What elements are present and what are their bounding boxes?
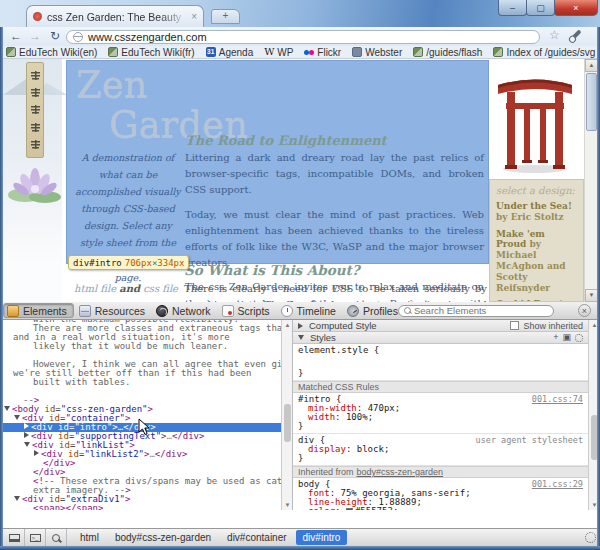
disclosure-right-icon [24,432,29,438]
disclosure-down-icon [24,442,30,447]
new-style-rule-icon[interactable]: + [553,333,558,342]
gear-icon[interactable] [575,334,583,342]
bookmark-item[interactable]: EduTech Wiki(fr) [108,47,194,58]
design-list-item[interactable]: Under the Sea! by Eric Stoltz [496,201,577,223]
stylesheet-link[interactable]: 001.css:29 [532,480,583,489]
breadcrumb-div-intro[interactable]: div#intro [296,530,348,545]
element-state-icon[interactable]: ▣ [562,333,571,342]
console-toggle-button[interactable]: >_ [25,529,46,546]
styles-header[interactable]: Styles + ▣ [293,332,588,344]
devtools-close-button[interactable]: × [578,304,591,317]
page-scrollbar[interactable]: ▲ ▼ [584,59,597,302]
css-file-link[interactable]: css file [143,283,178,294]
expanded-arrow-icon [298,335,304,340]
edutech-icon [6,47,16,57]
css-rule-div[interactable]: user agent stylesheetdiv {display: block… [293,434,588,466]
css-rule-element-style[interactable]: element.style {} [293,344,588,381]
bookmark-item[interactable]: EduTech Wiki(en) [6,47,97,58]
design-title-link[interactable]: Under the Sea! [496,201,572,211]
resources-icon [79,305,91,317]
scroll-up-icon[interactable]: ▲ [284,321,291,329]
edutech-icon [413,47,423,57]
forward-button[interactable]: → [27,29,43,44]
devtools-tab-profiles[interactable]: Profiles [344,303,404,318]
computed-style-header[interactable]: Computed Style Show inherited [293,320,588,332]
dock-button[interactable] [4,529,25,546]
devtools-tab-resources[interactable]: Resources [76,303,151,318]
bookmark-item[interactable]: 31Agenda [206,47,253,58]
dom-node[interactable]: <span></span> [0,504,281,510]
page-viewport: Zen Garden A demonstration of what can b… [0,59,600,302]
back-button[interactable]: ← [8,29,24,44]
scrollbar-thumb[interactable] [586,73,597,131]
webster-icon [352,47,362,57]
show-inherited-checkbox[interactable] [510,321,519,330]
css-rule--intro[interactable]: 001.css:74#intro {min-width: 470px;width… [293,393,588,434]
new-tab-button[interactable]: + [211,9,240,24]
window-frame [0,27,3,546]
design-list: Under the Sea! by Eric StoltzMake 'em Pr… [496,201,577,302]
tab-close-icon[interactable]: × [191,11,197,22]
inspect-highlight-div-intro: Zen Garden A demonstration of what can b… [66,60,489,264]
scripts-icon [222,305,234,317]
html-file-link[interactable]: html file [74,283,116,294]
devtools-tab-elements[interactable]: Elements [3,303,74,318]
dom-comment[interactable]: likely that it would be much leaner. [0,342,281,351]
breadcrumb-div-container[interactable]: div#container [220,530,293,545]
title-bar: css Zen Garden: The Beauty × + – ▢ × [0,0,600,27]
disclosure-down-icon [14,415,20,420]
styles-section-bar: Matched CSS Rules [293,381,588,393]
bookmark-item[interactable]: Webster [352,47,402,58]
styles-sections: element.style {}Matched CSS Rules001.css… [293,344,588,510]
bookmark-star-icon[interactable]: ☆ [549,28,560,42]
design-list-panel: select a design: Under the Sea! by Eric … [489,179,584,302]
disclosure-right-icon [34,450,39,456]
minimize-button[interactable]: – [498,0,527,16]
breadcrumb-html[interactable]: html [73,530,106,545]
settings-gear-icon[interactable] [585,532,596,543]
timeline-icon [281,305,293,317]
bookmark-label: Index of /guides/svg [506,47,595,58]
reload-button[interactable]: ↻ [47,29,63,44]
bookmark-label: Webster [365,47,402,58]
design-list-item[interactable]: Make 'em Proud by Michael McAghon and Sc… [496,229,577,294]
profiles-icon [347,305,359,317]
bookmark-item[interactable]: WWP [264,47,293,58]
road-heading: The Road to Enlightenment [185,133,484,148]
css-rule-body[interactable]: 001.css:29body {font: 75% georgia, sans-… [293,478,588,510]
kanji-banner [26,62,44,158]
devtools-tab-network[interactable]: Network [153,303,217,318]
road-paragraph: Littering a dark and dreary road lay the… [185,150,484,199]
maximize-button[interactable]: ▢ [526,0,555,16]
close-button[interactable]: × [554,0,598,16]
devtools-tab-timeline[interactable]: Timeline [278,303,342,318]
devtools-search[interactable] [398,305,554,317]
zen-favicon-icon [33,12,42,21]
page-title-zen: Zen [76,63,147,106]
scrollbar-thumb[interactable] [284,404,291,442]
browser-tab[interactable]: css Zen Garden: The Beauty × [26,5,204,27]
search-icon [404,307,411,314]
devtools-tab-scripts[interactable]: Scripts [219,303,276,318]
stylesheet-link[interactable]: user agent stylesheet [476,436,583,445]
inspect-element-button[interactable] [46,529,67,546]
and-text: and [119,283,140,294]
search-input[interactable] [414,305,548,316]
dom-comment[interactable]: built with tables. [0,378,281,387]
bookmark-item[interactable]: /guides/flash [413,47,482,58]
bookmark-label: EduTech Wiki(fr) [121,47,194,58]
elements-icon [7,305,19,317]
dom-comment [0,387,281,396]
magnifier-icon [52,534,60,542]
scroll-down-icon[interactable]: ▼ [284,501,291,509]
bookmark-item[interactable]: Index of /guides/svg [493,47,595,58]
dom-tree-scrollbar[interactable]: ▲ ▼ [281,320,293,510]
stylesheet-link[interactable]: 001.css:74 [532,395,583,404]
bookmark-item[interactable]: Flickr [304,47,341,58]
breadcrumb-body-css-zen-garden[interactable]: body#css-zen-garden [108,530,218,545]
network-icon [156,305,168,317]
address-bar[interactable]: www.csszengarden.com [66,30,540,44]
page-globe-icon [73,32,83,42]
mouse-cursor [138,418,150,436]
url-text[interactable]: www.csszengarden.com [88,31,207,43]
